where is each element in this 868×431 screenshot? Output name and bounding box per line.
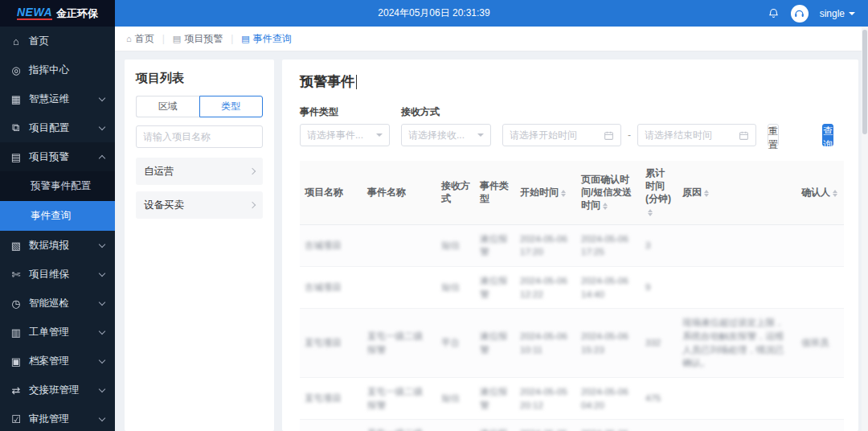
sidebar-item-label: 首页 <box>29 35 49 48</box>
project-search-input[interactable] <box>136 125 263 148</box>
cell-confirmer <box>796 378 844 420</box>
cell-confirmer: 值班员 <box>796 309 844 378</box>
project-alert-icon: ▤ <box>10 151 22 163</box>
cell-method: 平台 <box>436 309 475 378</box>
search-button[interactable]: 查询 <box>822 124 833 146</box>
sidebar-item-label: 工单管理 <box>29 326 69 339</box>
column-header-label: 原因 <box>682 187 702 198</box>
column-header-label: 事件名称 <box>367 187 406 198</box>
tab-type[interactable]: 类型 <box>199 96 264 117</box>
sort-icon <box>704 190 709 197</box>
table-row: 古城项目短信液位报警2024-05-06 12:222024-05-06 14:… <box>300 267 844 309</box>
cell-confirmer <box>796 267 844 309</box>
app-root: NEWA 金正环保 2024年05月06日 20:31:39 single <box>0 0 868 431</box>
sidebar-item-6[interactable]: ✄项目维保 <box>0 260 115 289</box>
sidebar-item-0[interactable]: ⌂首页 <box>0 27 115 55</box>
chevron-down-icon <box>99 269 105 276</box>
alert-events-card: 预警事件 事件类型 请选择事件... 接收方式 请选择接收.. <box>282 60 858 431</box>
cell-confirmer <box>796 224 844 266</box>
sidebar-item-7[interactable]: ◷智能巡检 <box>0 289 115 318</box>
column-header-label: 开始时间 <box>520 187 559 198</box>
breadcrumb-item-1[interactable]: ▤项目预警 <box>173 32 223 46</box>
project-alert-icon: ▤ <box>173 34 181 44</box>
cell-project: 古城项目 <box>300 267 362 309</box>
sidebar-item-label: 项目维保 <box>29 268 69 281</box>
sort-icon <box>561 190 566 197</box>
receive-method-select[interactable]: 请选择接收... <box>401 124 491 146</box>
breadcrumb-item-label: 项目预警 <box>184 32 223 46</box>
chevron-down-icon <box>99 298 105 305</box>
column-header-8[interactable]: 确认人 <box>796 161 844 224</box>
sidebar-item-label: 项目预警 <box>29 150 69 164</box>
breadcrumb-item-label: 事件查询 <box>253 32 292 46</box>
reset-button[interactable]: 重置 <box>768 124 779 146</box>
chevron-down-icon <box>99 356 105 363</box>
event-type-placeholder: 请选择事件... <box>307 129 376 142</box>
sidebar-item-label: 交接班管理 <box>29 384 80 397</box>
sidebar-item-1[interactable]: ◎指挥中心 <box>0 55 115 84</box>
page-scrollbar <box>862 27 868 431</box>
cell-reason <box>678 224 796 266</box>
sidebar-item-4[interactable]: ▤项目预警 <box>0 142 115 171</box>
breadcrumb-item-0[interactable]: ⌂首页 <box>126 32 154 46</box>
sidebar-item-9[interactable]: ▣档案管理 <box>0 347 115 376</box>
column-header-1: 事件名称 <box>362 161 436 224</box>
event-type-select[interactable]: 请选择事件... <box>300 124 390 146</box>
calendar-icon <box>739 130 749 141</box>
notification-bell-icon[interactable] <box>768 7 780 19</box>
chevron-down-icon <box>99 327 105 334</box>
cell-start: 2024-05-05 18:10 <box>515 420 576 431</box>
events-table: 项目名称事件名称接收方式事件类型开始时间页面确认时间/短信发送时间累计时间 (分… <box>300 161 844 431</box>
table-row: 某屯项目某屯一级二级报警短信液位报警2024-05-05 18:102024-0… <box>300 420 844 431</box>
chevron-down-icon <box>99 123 105 129</box>
cell-confirm: 2024-05-06 17:25 <box>576 224 641 266</box>
chevron-up-icon <box>99 154 105 161</box>
events-table-head: 项目名称事件名称接收方式事件类型开始时间页面确认时间/短信发送时间累计时间 (分… <box>300 161 844 224</box>
table-row: 某屯项目某屯一级二级报警短信液位报警2024-05-05 20:122024-0… <box>300 378 844 420</box>
breadcrumb-item-label: 首页 <box>135 32 154 46</box>
chevron-right-icon <box>249 202 256 208</box>
sidebar-item-label: 数据填报 <box>29 239 69 252</box>
start-time-picker[interactable]: 请选择开始时间 <box>502 124 621 146</box>
cell-start: 2024-05-06 17:20 <box>515 224 576 266</box>
column-header-4[interactable]: 开始时间 <box>515 161 576 224</box>
event-type-label: 事件类型 <box>300 105 390 119</box>
sidebar-item-11[interactable]: ☑审批管理 <box>0 404 115 431</box>
column-header-6[interactable]: 累计时间 (分钟) <box>641 161 678 224</box>
chevron-right-icon <box>249 168 256 174</box>
sidebar-item-8[interactable]: ▥工单管理 <box>0 318 115 347</box>
sidebar-item-3[interactable]: ⧉项目配置 <box>0 113 115 142</box>
breadcrumb-item-2[interactable]: ▤事件查询 <box>241 32 291 46</box>
cell-minutes: 3 <box>641 224 678 266</box>
project-group-0[interactable]: 自运营 <box>136 158 263 185</box>
smart-ops-icon: ▦ <box>10 93 22 105</box>
project-group-label: 设备买卖 <box>144 199 184 212</box>
cell-type: 液位报警 <box>475 378 515 420</box>
breadcrumb: ⌂首页|▤项目预警|▤事件查询 <box>115 27 868 51</box>
date-range-filter: 请选择开始时间 - 请选择结束时间 <box>502 124 756 146</box>
sidebar-item-5[interactable]: ▧数据填报 <box>0 231 115 260</box>
header-datetime: 2024年05月06日 20:31:39 <box>378 6 489 20</box>
sidebar-item-2[interactable]: ▦智慧运维 <box>0 84 115 113</box>
scrollbar-thumb[interactable] <box>862 30 867 134</box>
column-header-5[interactable]: 页面确认时间/短信发送时间 <box>576 161 641 224</box>
table-header-row: 项目名称事件名称接收方式事件类型开始时间页面确认时间/短信发送时间累计时间 (分… <box>300 161 844 224</box>
end-time-picker[interactable]: 请选择结束时间 <box>637 124 756 146</box>
logo: NEWA 金正环保 <box>0 0 115 27</box>
tab-region[interactable]: 区域 <box>136 96 199 117</box>
cell-event <box>362 267 436 309</box>
cell-reason <box>678 420 796 431</box>
cell-type: 液位报警 <box>475 224 515 266</box>
sidebar-item-10[interactable]: ⇄交接班管理 <box>0 376 115 404</box>
sidebar-item-label: 指挥中心 <box>29 64 69 77</box>
receive-method-placeholder: 请选择接收... <box>408 129 477 142</box>
column-header-7[interactable]: 原因 <box>678 161 796 224</box>
sidebar-subitem-1[interactable]: 事件查询 <box>0 201 115 231</box>
home-icon: ⌂ <box>10 35 22 47</box>
user-avatar[interactable] <box>791 5 809 23</box>
receive-method-filter: 接收方式 请选择接收... <box>401 105 491 146</box>
cell-confirm: 2024-05-06 02:22 <box>576 420 641 431</box>
user-menu[interactable]: single <box>820 8 855 19</box>
project-group-1[interactable]: 设备买卖 <box>136 191 263 219</box>
sidebar-subitem-0[interactable]: 预警事件配置 <box>0 171 115 201</box>
